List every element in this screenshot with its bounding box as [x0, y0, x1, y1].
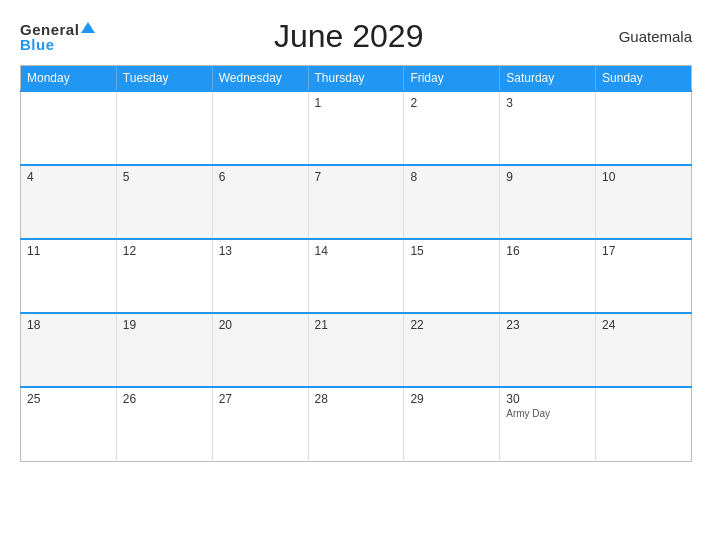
day-number: 5 [123, 170, 206, 184]
calendar-cell: 21 [308, 313, 404, 387]
calendar-header-row: Monday Tuesday Wednesday Thursday Friday… [21, 66, 692, 92]
calendar-cell: 13 [212, 239, 308, 313]
calendar-cell [212, 91, 308, 165]
day-number: 25 [27, 392, 110, 406]
day-number: 2 [410, 96, 493, 110]
calendar-cell: 4 [21, 165, 117, 239]
calendar-cell: 28 [308, 387, 404, 461]
day-number: 30 [506, 392, 589, 406]
calendar-body: 1234567891011121314151617181920212223242… [21, 91, 692, 461]
day-number: 26 [123, 392, 206, 406]
calendar-cell [116, 91, 212, 165]
calendar-cell: 18 [21, 313, 117, 387]
calendar-cell: 22 [404, 313, 500, 387]
day-number: 21 [315, 318, 398, 332]
col-tuesday: Tuesday [116, 66, 212, 92]
calendar-cell: 12 [116, 239, 212, 313]
logo-blue-text: Blue [20, 37, 55, 52]
calendar-cell: 9 [500, 165, 596, 239]
day-number: 15 [410, 244, 493, 258]
col-monday: Monday [21, 66, 117, 92]
calendar-cell: 24 [596, 313, 692, 387]
col-sunday: Sunday [596, 66, 692, 92]
calendar-cell [21, 91, 117, 165]
calendar-cell: 10 [596, 165, 692, 239]
calendar-cell: 1 [308, 91, 404, 165]
calendar-cell: 26 [116, 387, 212, 461]
day-number: 4 [27, 170, 110, 184]
day-number: 22 [410, 318, 493, 332]
day-number: 10 [602, 170, 685, 184]
day-number: 23 [506, 318, 589, 332]
calendar-cell: 11 [21, 239, 117, 313]
day-number: 19 [123, 318, 206, 332]
day-number: 8 [410, 170, 493, 184]
day-number: 14 [315, 244, 398, 258]
day-number: 27 [219, 392, 302, 406]
calendar-cell: 8 [404, 165, 500, 239]
col-saturday: Saturday [500, 66, 596, 92]
day-number: 12 [123, 244, 206, 258]
day-number: 17 [602, 244, 685, 258]
day-number: 11 [27, 244, 110, 258]
logo: General Blue [20, 22, 95, 52]
calendar-cell: 17 [596, 239, 692, 313]
calendar-cell [596, 91, 692, 165]
calendar-cell: 2 [404, 91, 500, 165]
holiday-label: Army Day [506, 408, 589, 419]
day-number: 28 [315, 392, 398, 406]
calendar-cell: 5 [116, 165, 212, 239]
calendar-cell: 16 [500, 239, 596, 313]
day-number: 7 [315, 170, 398, 184]
calendar-cell: 27 [212, 387, 308, 461]
calendar-cell: 19 [116, 313, 212, 387]
day-number: 24 [602, 318, 685, 332]
col-thursday: Thursday [308, 66, 404, 92]
calendar-cell: 6 [212, 165, 308, 239]
day-number: 3 [506, 96, 589, 110]
day-number: 18 [27, 318, 110, 332]
calendar-cell: 25 [21, 387, 117, 461]
calendar-cell: 3 [500, 91, 596, 165]
day-number: 20 [219, 318, 302, 332]
calendar-cell: 23 [500, 313, 596, 387]
calendar-table: Monday Tuesday Wednesday Thursday Friday… [20, 65, 692, 462]
month-title: June 2029 [95, 18, 602, 55]
calendar-cell: 20 [212, 313, 308, 387]
calendar-cell [596, 387, 692, 461]
day-number: 29 [410, 392, 493, 406]
calendar-cell: 29 [404, 387, 500, 461]
calendar-cell: 15 [404, 239, 500, 313]
day-number: 1 [315, 96, 398, 110]
day-number: 16 [506, 244, 589, 258]
country-label: Guatemala [602, 28, 692, 45]
logo-general-text: General [20, 22, 79, 37]
calendar-cell: 30Army Day [500, 387, 596, 461]
day-number: 9 [506, 170, 589, 184]
day-number: 6 [219, 170, 302, 184]
calendar-header: General Blue June 2029 Guatemala [20, 18, 692, 55]
col-wednesday: Wednesday [212, 66, 308, 92]
day-number: 13 [219, 244, 302, 258]
logo-triangle-icon [81, 22, 95, 33]
col-friday: Friday [404, 66, 500, 92]
calendar-cell: 14 [308, 239, 404, 313]
calendar-cell: 7 [308, 165, 404, 239]
